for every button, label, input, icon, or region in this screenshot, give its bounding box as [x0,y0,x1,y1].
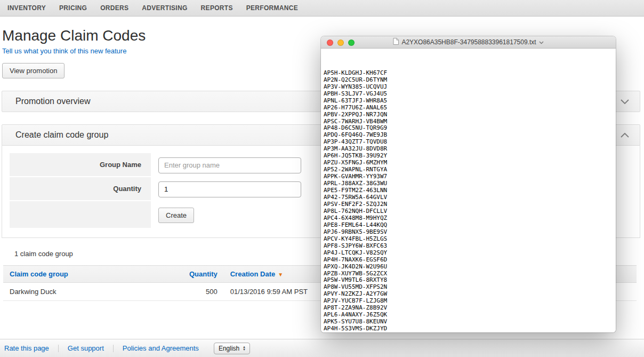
claim-code-line: APE8-FEML64-L44KQQ [324,222,616,229]
page-footer: Rate this page Get support Policies and … [0,339,644,357]
claim-code-line: APF8-SJPY6W-BXFC63 [324,243,616,250]
claim-code-line: AP8L-762NQH-DFCLLV [324,208,616,215]
claim-code-line: AP26-H77U6Z-ANAL65 [324,105,616,112]
title-chevron-icon[interactable] [539,38,544,46]
claim-code-line: AP5H-KLDGHJ-KH67CF [324,70,616,77]
top-nav: INVENTORYPRICINGORDERSADVERTISINGREPORTS… [0,0,644,17]
sort-by-date-link[interactable]: Creation Date [230,270,276,278]
close-window-button[interactable] [327,39,333,46]
minimize-window-button[interactable] [337,39,344,46]
group-name-cell: Darkwing Duck [3,283,183,301]
window-title-bar[interactable]: A2YXO86A35HB8F-3479588833961817509.txt [321,36,616,49]
nav-item[interactable]: ORDERS [100,4,128,12]
text-file-window: A2YXO86A35HB8F-3479588833961817509.txt A… [321,36,616,332]
nav-item[interactable]: PERFORMANCE [246,4,298,12]
chevron-up-icon[interactable] [621,133,629,138]
promotion-overview-title: Promotion overview [15,97,91,106]
nav-item[interactable]: PRICING [59,4,87,12]
claim-code-line: APCV-KY4FBL-H5ZLGS [324,236,616,243]
group-name-input[interactable] [158,157,301,173]
group-name-label: Group Name [10,153,151,177]
select-stepper-icon: ▴▾ [243,346,245,351]
claim-code-line: AP2N-Q2C5UR-D6TYNM [324,77,616,84]
zoom-window-button[interactable] [348,39,355,46]
sort-by-name-link[interactable]: Claim code group [10,270,68,278]
claim-code-line: APXQ-JK4D2N-W2U96U [324,264,616,271]
claim-code-line: AP4H-5S3VMS-DKZJYD [324,326,616,332]
claim-code-line: AP3V-WYN385-UCQVUJ [324,84,616,91]
claim-code-line: AP4H-7NAXK6-EGSF6D [324,257,616,264]
empty-label-cell [10,201,151,229]
language-select-value: English [219,345,239,352]
quantity-input[interactable] [158,181,301,197]
column-header-quantity: Quantity [183,266,224,283]
claim-code-line: AP4J-LTCQKJ-V82SQY [324,250,616,257]
document-icon [393,38,399,46]
nav-item[interactable]: INVENTORY [7,4,46,12]
traffic-lights [327,39,355,46]
language-select[interactable]: English ▴▾ [214,343,250,354]
claim-code-line: APNL-63TJFJ-WHR8A5 [324,98,616,105]
get-support-link[interactable]: Get support [59,345,114,352]
chevron-down-icon[interactable] [621,99,629,104]
policies-link[interactable]: Policies and Agreements [114,345,208,352]
rate-this-page-link[interactable]: Rate this page [2,345,59,352]
sort-desc-icon: ▼ [278,272,283,277]
group-quantity-cell: 500 [183,283,224,301]
claim-code-line: APSV-ENF2F2-5ZQJ2N [324,201,616,208]
claim-code-line: APBV-2XPPQJ-NR7JQN [324,112,616,118]
sort-by-quantity-link[interactable]: Quantity [189,270,218,278]
claim-codes-text: AP5H-KLDGHJ-KH67CFAP2N-Q2C5UR-D6TYNMAP3V… [321,49,616,332]
feedback-link[interactable]: Tell us what you think of this new featu… [2,47,126,55]
column-header-claim-code-group: Claim code group [3,266,183,283]
create-button[interactable]: Create [158,208,194,223]
claim-code-line: APC4-6X48M8-M9HYQZ [324,215,616,222]
view-promotion-button[interactable]: View promotion [2,63,65,78]
claim-code-line: APJ6-9RBNX5-9BE9SV [324,229,616,236]
quantity-label: Quantity [10,177,151,201]
nav-item[interactable]: REPORTS [201,4,233,12]
nav-item[interactable]: ADVERTISING [142,4,187,12]
create-claim-code-group-title: Create claim code group [15,130,108,140]
claim-code-line: APBH-S3LJV7-VGJ4U5 [324,91,616,98]
window-title: A2YXO86A35HB8F-3479588833961817509.txt [393,38,543,46]
window-title-filename: A2YXO86A35HB8F-3479588833961817509.txt [401,38,536,46]
